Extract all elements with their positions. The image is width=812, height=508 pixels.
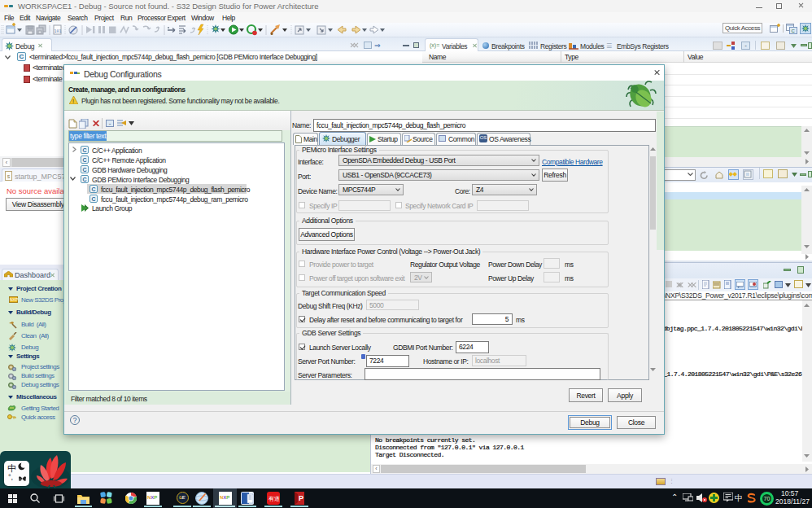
svg-text:101: 101 xyxy=(55,28,62,33)
svg-text:P: P xyxy=(299,494,303,502)
svg-text:!: ! xyxy=(72,98,74,104)
svg-text:C: C xyxy=(792,28,796,33)
